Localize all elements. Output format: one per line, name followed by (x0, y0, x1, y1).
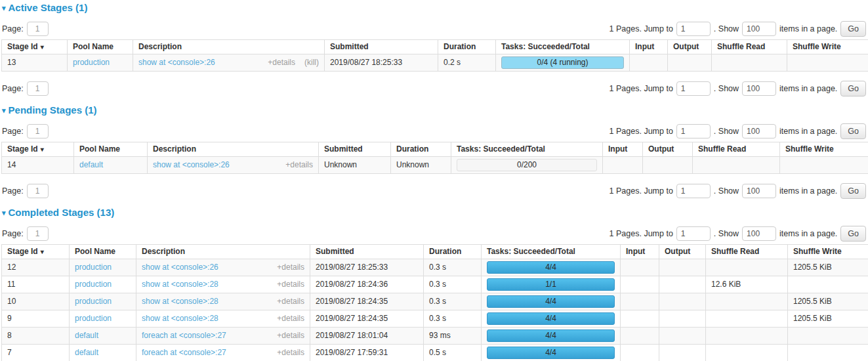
items-per-page-label: items in a page. (779, 229, 837, 238)
pool-name-link[interactable]: production (75, 280, 112, 289)
description-link[interactable]: foreach at <console>:27 (142, 348, 226, 358)
output-cell (643, 157, 693, 174)
column-header-description[interactable]: Description (148, 142, 319, 157)
column-header-shuffle-read[interactable]: Shuffle Read (712, 40, 787, 54)
go-button[interactable]: Go (840, 81, 866, 96)
column-header-shuffle-read[interactable]: Shuffle Read (706, 245, 788, 259)
show-items-input[interactable] (742, 22, 776, 36)
details-toggle[interactable]: +details (277, 348, 304, 358)
pool-name-link[interactable]: production (73, 58, 110, 67)
details-toggle[interactable]: +details (277, 314, 304, 324)
pool-name-link[interactable]: default (79, 160, 103, 169)
jump-to-page-input[interactable] (676, 22, 711, 36)
column-header-pool-name[interactable]: Pool Name (74, 142, 148, 157)
column-header-submitted[interactable]: Submitted (319, 142, 391, 157)
go-button[interactable]: Go (840, 123, 866, 139)
jump-to-page-input[interactable] (676, 124, 711, 138)
details-toggle[interactable]: +details (277, 297, 304, 307)
table-row: 7defaultforeach at <console>:27+details2… (2, 345, 868, 361)
pool-name-link[interactable]: production (75, 297, 112, 306)
page-number-input[interactable] (27, 81, 49, 96)
pool-name-link[interactable]: default (75, 348, 98, 357)
details-toggle[interactable]: +details (285, 160, 313, 170)
output-cell (659, 276, 706, 293)
description-link[interactable]: foreach at <console>:27 (142, 331, 226, 341)
column-header-shuffle-write[interactable]: Shuffle Write (787, 40, 868, 54)
pool-name-link[interactable]: production (75, 263, 112, 272)
column-header-shuffle-write[interactable]: Shuffle Write (788, 245, 868, 259)
go-button[interactable]: Go (840, 183, 866, 199)
section-active-stages: ▾Active Stages (1) Page:1 Pages. Jump to… (1, 3, 867, 96)
stage-id-cell: 7 (2, 345, 70, 361)
description-link[interactable]: show at <console>:28 (142, 297, 218, 307)
duration-cell: 0.5 s (424, 345, 482, 361)
tasks-cell: 4/4 (482, 310, 621, 328)
description-link[interactable]: show at <console>:26 (138, 58, 215, 68)
column-header-tasks-succeeded-total[interactable]: Tasks: Succeeded/Total (482, 245, 621, 259)
column-header-duration[interactable]: Duration (424, 245, 482, 259)
column-header-stage-id[interactable]: Stage Id▾ (2, 245, 70, 259)
pending-stages-heading[interactable]: ▾Pending Stages (1) (2, 105, 866, 116)
completed-stages-heading[interactable]: ▾Completed Stages (13) (2, 207, 866, 219)
column-header-input[interactable]: Input (621, 245, 659, 259)
column-header-submitted[interactable]: Submitted (325, 40, 438, 54)
column-header-stage-id[interactable]: Stage Id▾ (2, 40, 68, 54)
output-cell (659, 259, 706, 276)
table-row: 10productionshow at <console>:28+details… (2, 293, 868, 310)
column-header-input[interactable]: Input (630, 40, 668, 54)
pool-name-link[interactable]: default (75, 331, 98, 340)
description-link[interactable]: show at <console>:28 (142, 314, 218, 324)
column-header-input[interactable]: Input (603, 142, 643, 157)
jump-to-page-input[interactable] (676, 226, 711, 241)
page-number-input[interactable] (27, 124, 49, 138)
show-items-input[interactable] (742, 124, 776, 138)
column-header-pool-name[interactable]: Pool Name (70, 245, 136, 259)
section-pending-stages: ▾Pending Stages (1) Page:1 Pages. Jump t… (1, 105, 867, 199)
column-header-shuffle-write[interactable]: Shuffle Write (780, 142, 868, 157)
go-button[interactable]: Go (840, 226, 866, 242)
table-row: 9productionshow at <console>:28+details2… (2, 310, 868, 328)
column-header-submitted[interactable]: Submitted (310, 245, 424, 259)
description-link[interactable]: show at <console>:26 (142, 263, 218, 272)
details-toggle[interactable]: +details (277, 331, 304, 341)
details-toggle[interactable]: +details (277, 280, 304, 289)
column-header-pool-name[interactable]: Pool Name (68, 40, 133, 54)
column-header-shuffle-read[interactable]: Shuffle Read (693, 142, 780, 157)
output-cell (659, 345, 706, 361)
page-number-input[interactable] (27, 184, 49, 198)
column-header-tasks-succeeded-total[interactable]: Tasks: Succeeded/Total (496, 40, 630, 54)
column-header-stage-id[interactable]: Stage Id▾ (2, 142, 74, 157)
page-label: Page: (2, 24, 24, 33)
column-header-duration[interactable]: Duration (438, 40, 496, 54)
duration-cell: 93 ms (424, 328, 482, 345)
pool-name-link[interactable]: production (75, 314, 112, 323)
page-number-input[interactable] (27, 226, 49, 241)
jump-to-page-input[interactable] (676, 81, 711, 96)
column-header-duration[interactable]: Duration (391, 142, 451, 157)
description-link[interactable]: show at <console>:28 (142, 280, 218, 289)
stage-id-cell: 13 (2, 54, 68, 72)
go-button[interactable]: Go (840, 21, 866, 37)
pages-jump-label: 1 Pages. Jump to (610, 229, 673, 238)
show-label: . Show (714, 24, 739, 33)
details-toggle[interactable]: +details (268, 58, 295, 68)
description-cell: foreach at <console>:27+details (136, 345, 310, 361)
show-items-input[interactable] (742, 184, 776, 198)
items-per-page-label: items in a page. (779, 84, 837, 93)
show-items-input[interactable] (742, 226, 776, 241)
column-header-output[interactable]: Output (659, 245, 706, 259)
active-stages-heading[interactable]: ▾Active Stages (1) (2, 3, 866, 14)
column-header-output[interactable]: Output (668, 40, 712, 54)
column-header-output[interactable]: Output (643, 142, 693, 157)
submitted-cell: 2019/08/27 17:59:31 (310, 345, 424, 361)
jump-to-page-input[interactable] (676, 184, 711, 198)
column-header-description[interactable]: Description (133, 40, 325, 54)
show-items-input[interactable] (742, 81, 776, 96)
details-toggle[interactable]: +details (277, 263, 304, 272)
description-link[interactable]: show at <console>:26 (153, 160, 230, 170)
column-header-tasks-succeeded-total[interactable]: Tasks: Succeeded/Total (451, 142, 603, 157)
pages-jump-label: 1 Pages. Jump to (610, 24, 673, 33)
kill-link[interactable]: (kill) (304, 58, 319, 68)
column-header-description[interactable]: Description (136, 245, 310, 259)
page-number-input[interactable] (27, 22, 49, 36)
